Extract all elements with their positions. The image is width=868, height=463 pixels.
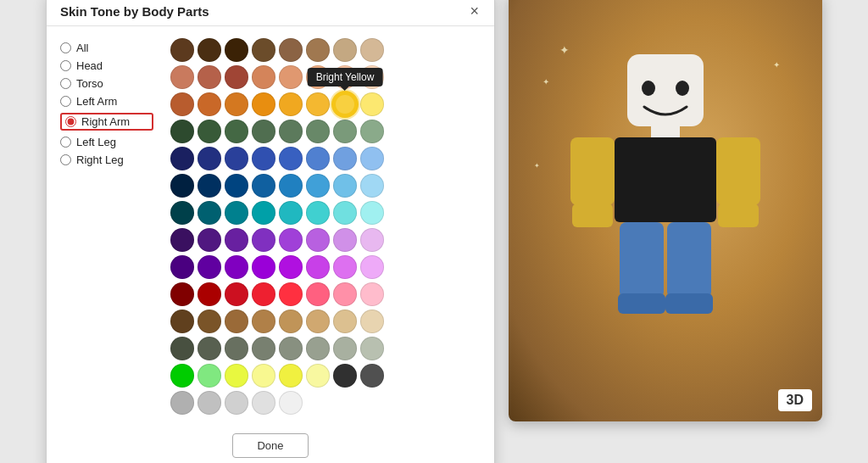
color-dot[interactable]	[306, 38, 330, 62]
color-dot[interactable]	[279, 337, 303, 360]
color-dot[interactable]	[198, 120, 221, 143]
color-dot[interactable]	[333, 174, 357, 198]
color-dot[interactable]	[360, 282, 384, 306]
radio-input-head[interactable]	[60, 60, 71, 71]
color-dot[interactable]	[333, 38, 357, 62]
color-dot[interactable]	[279, 391, 303, 415]
color-dot[interactable]	[360, 201, 384, 225]
color-dot[interactable]	[170, 174, 194, 198]
color-dot[interactable]	[306, 201, 330, 225]
color-dot[interactable]	[198, 282, 221, 306]
close-button[interactable]: ×	[468, 3, 481, 19]
color-dot[interactable]	[170, 364, 194, 388]
color-dot[interactable]	[170, 38, 194, 62]
color-dot[interactable]	[252, 364, 275, 388]
color-dot[interactable]	[170, 310, 194, 333]
color-dot[interactable]	[225, 255, 248, 279]
color-dot[interactable]	[306, 147, 330, 170]
color-dot[interactable]	[198, 38, 221, 62]
color-dot[interactable]	[333, 337, 357, 360]
color-dot[interactable]	[306, 174, 330, 198]
color-dot[interactable]	[198, 364, 221, 388]
color-dot[interactable]	[333, 282, 357, 306]
radio-left-arm[interactable]: Left Arm	[60, 95, 153, 108]
color-dot[interactable]	[306, 92, 330, 116]
color-dot[interactable]	[198, 391, 221, 415]
color-dot[interactable]	[279, 310, 303, 333]
color-dot[interactable]	[279, 147, 303, 170]
color-dot[interactable]	[225, 337, 248, 360]
color-dot[interactable]	[198, 65, 221, 89]
radio-all[interactable]: All	[60, 42, 153, 54]
color-dot[interactable]	[306, 228, 330, 252]
color-dot[interactable]	[333, 201, 357, 225]
color-dot[interactable]	[198, 310, 221, 333]
done-button[interactable]: Done	[232, 433, 308, 458]
color-dot[interactable]	[252, 38, 275, 62]
color-dot[interactable]	[198, 174, 221, 198]
color-dot[interactable]	[170, 255, 194, 279]
color-dot[interactable]	[170, 65, 194, 89]
radio-input-left-arm[interactable]	[60, 96, 71, 107]
color-dot[interactable]	[279, 174, 303, 198]
color-dot[interactable]	[170, 92, 194, 116]
color-dot[interactable]	[198, 255, 221, 279]
color-dot[interactable]	[279, 92, 303, 116]
color-dot[interactable]	[333, 120, 357, 143]
radio-right-arm[interactable]: Right Arm	[60, 113, 153, 131]
color-dot[interactable]	[360, 228, 384, 252]
color-dot[interactable]	[170, 201, 194, 225]
color-dot[interactable]	[252, 337, 275, 360]
color-dot[interactable]	[252, 147, 275, 170]
color-dot[interactable]	[198, 337, 221, 360]
color-dot[interactable]	[252, 255, 275, 279]
color-dot[interactable]	[360, 120, 384, 143]
color-dot[interactable]	[360, 38, 384, 62]
color-dot[interactable]	[225, 147, 248, 170]
radio-input-left-leg[interactable]	[60, 137, 71, 148]
radio-input-torso[interactable]	[60, 78, 71, 89]
color-dot[interactable]	[252, 92, 275, 116]
color-dot[interactable]	[360, 174, 384, 198]
color-dot[interactable]	[252, 282, 275, 306]
color-dot[interactable]	[279, 201, 303, 225]
radio-left-leg[interactable]: Left Leg	[60, 136, 153, 148]
color-dot[interactable]	[252, 391, 275, 415]
color-dot[interactable]	[279, 65, 303, 89]
color-dot[interactable]	[170, 282, 194, 306]
radio-input-right-arm[interactable]	[65, 116, 76, 127]
color-dot[interactable]	[170, 337, 194, 360]
radio-input-right-leg[interactable]	[60, 154, 71, 165]
color-dot[interactable]	[225, 228, 248, 252]
color-dot[interactable]	[333, 65, 357, 89]
color-dot[interactable]	[252, 201, 275, 225]
color-dot[interactable]	[170, 120, 194, 143]
color-dot[interactable]	[225, 364, 248, 388]
color-dot[interactable]	[279, 38, 303, 62]
color-dot[interactable]	[198, 201, 221, 225]
color-dot[interactable]	[360, 92, 384, 116]
color-dot[interactable]	[252, 65, 275, 89]
color-dot[interactable]	[360, 147, 384, 170]
color-dot[interactable]: Bright Yellow	[333, 92, 357, 116]
radio-input-all[interactable]	[60, 42, 71, 53]
color-dot[interactable]	[279, 228, 303, 252]
color-dot[interactable]	[333, 147, 357, 170]
color-dot[interactable]	[170, 147, 194, 170]
color-dot[interactable]	[252, 310, 275, 333]
color-dot[interactable]	[198, 92, 221, 116]
color-dot[interactable]	[306, 364, 330, 388]
color-dot[interactable]	[170, 391, 194, 415]
color-dot[interactable]	[279, 255, 303, 279]
color-dot[interactable]	[360, 310, 384, 333]
color-dot[interactable]	[360, 255, 384, 279]
color-dot[interactable]	[333, 364, 357, 388]
color-dot[interactable]	[306, 310, 330, 333]
color-dot[interactable]	[279, 282, 303, 306]
color-dot[interactable]	[306, 120, 330, 143]
color-dot[interactable]	[306, 282, 330, 306]
color-dot[interactable]	[198, 228, 221, 252]
color-dot[interactable]	[225, 201, 248, 225]
color-dot[interactable]	[252, 228, 275, 252]
color-dot[interactable]	[360, 65, 384, 89]
